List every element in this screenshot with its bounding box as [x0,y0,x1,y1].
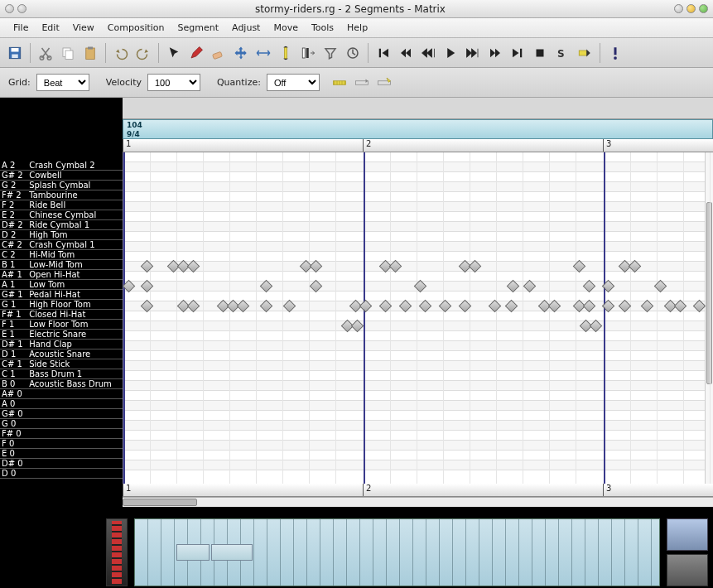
matrix-main: A 2 Crash Cymbal 2G# 2 CowbellG 2 Splash… [0,98,713,507]
drum-row[interactable]: D# 0 [0,459,123,469]
paste-icon[interactable] [80,43,100,63]
drum-row[interactable]: C 1 Bass Drum 1 [0,369,123,379]
menu-tools[interactable]: Tools [305,20,340,36]
tempo-ruler-icon[interactable] [374,73,394,93]
overview-segment[interactable] [211,544,253,561]
time-signature: 9/4 [127,130,709,139]
transport-start-icon[interactable] [373,43,393,63]
overview-track[interactable] [134,518,660,586]
solo-icon[interactable]: S [552,43,572,63]
drum-row[interactable]: B 0 Acoustic Bass Drum [0,379,123,389]
filter-icon[interactable] [320,43,340,63]
rewind-icon[interactable] [418,43,438,63]
resize-tool-icon[interactable] [253,43,273,63]
drum-row[interactable]: C 2 Hi-Mid Tom [0,250,123,260]
drum-row[interactable]: G# 1 Pedal Hi-Hat [0,290,123,300]
drum-row[interactable]: F# 2 Tambourine [0,190,123,200]
copy-icon[interactable] [58,43,78,63]
drum-row[interactable]: C# 2 Crash Cymbal 1 [0,240,123,250]
bar-ruler-bottom[interactable]: 1 2 3 [123,484,713,497]
drum-row[interactable]: D 2 High Tom [0,230,123,240]
redo-icon[interactable] [133,43,153,63]
drum-row[interactable]: F# 1 Closed Hi-Hat [0,310,123,320]
erase-tool-icon[interactable] [209,43,229,63]
overview-segment[interactable] [176,544,210,561]
quantize-label: Quantize: [214,77,264,88]
ffwd-bar-icon[interactable] [485,43,505,63]
drum-row[interactable]: A# 1 Open Hi-Hat [0,270,123,280]
overview-zoom-thumb[interactable] [667,518,708,551]
vertical-scrollbar[interactable] [705,152,713,484]
drum-row[interactable]: D# 1 Hand Clap [0,340,123,349]
menu-edit[interactable]: Edit [35,20,65,36]
drum-row[interactable]: G 2 Splash Cymbal [0,181,123,190]
drum-row[interactable]: E 2 Chinese Cymbal [0,210,123,220]
menu-move[interactable]: Move [267,20,305,36]
drum-row[interactable]: F 2 Ride Bell [0,200,123,210]
minimize-button[interactable] [674,4,683,13]
drum-row[interactable]: F 1 Low Floor Tom [0,320,123,330]
drum-row[interactable]: D 1 Acoustic Snare [0,349,123,359]
undo-icon[interactable] [111,43,131,63]
drum-row[interactable]: E 1 Electric Snare [0,330,123,340]
menu-composition[interactable]: Composition [101,20,171,36]
drum-row[interactable]: A 2 Crash Cymbal 2 [0,161,123,171]
drum-row[interactable]: F 0 [0,439,123,449]
quantize-icon[interactable] [343,43,363,63]
follow-playback-icon[interactable] [575,43,595,63]
draw-tool-icon[interactable] [186,43,206,63]
save-icon[interactable] [5,43,25,63]
horizontal-scrollbar[interactable] [123,497,713,507]
select-tool-icon[interactable] [164,43,184,63]
drum-row[interactable]: D 0 [0,469,123,479]
svg-rect-16 [537,49,544,56]
drum-row[interactable]: A 1 Low Tom [0,280,123,290]
menu-segment[interactable]: Segment [171,20,226,36]
ruler-loop-icon[interactable] [330,73,349,93]
velocity-tool-icon[interactable] [276,43,296,63]
move-tool-icon[interactable] [231,43,251,63]
overview-left [5,512,128,588]
drum-row[interactable]: E 0 [0,449,123,459]
split-tool-icon[interactable] [298,43,318,63]
rewind-bar-icon[interactable] [396,43,416,63]
tempo-ruler[interactable]: 104 9/4 [123,119,713,139]
ruler-padding [123,98,713,119]
menu-view[interactable]: View [66,20,101,36]
drum-row[interactable]: D# 2 Ride Cymbal 1 [0,220,123,230]
stop-icon[interactable] [530,43,550,63]
window-controls-left [5,4,26,13]
quantize-select[interactable]: Off [267,74,320,91]
window-menu-dot[interactable] [5,4,14,13]
maximize-button[interactable] [687,4,696,13]
play-icon[interactable] [441,43,460,63]
drum-row[interactable]: G 0 [0,419,123,429]
grid-select[interactable]: Beat [36,74,89,91]
bar-ruler-top[interactable]: 1 2 3 [123,139,713,152]
chord-name-ruler-icon[interactable] [352,73,372,93]
drum-row[interactable]: F# 0 [0,429,123,439]
velocity-select[interactable]: 100 [147,74,200,91]
svg-rect-2 [12,54,18,58]
menu-bar: File Edit View Composition Segment Adjus… [0,18,713,38]
window-titlebar: stormy-riders.rg - 2 Segments - Matrix [0,0,713,18]
drum-row[interactable]: A 0 [0,399,123,409]
drum-row[interactable]: G 1 High Floor Tom [0,300,123,310]
cut-icon[interactable] [36,43,55,63]
transport-end-icon[interactable] [508,43,528,63]
menu-adjust[interactable]: Adjust [225,20,267,36]
close-button[interactable] [699,4,708,13]
ffwd-icon[interactable] [463,43,483,63]
matrix-grid[interactable] [123,152,713,484]
drum-row[interactable]: G# 0 [0,409,123,419]
menu-file[interactable]: File [7,20,35,36]
drum-row[interactable]: A# 0 [0,389,123,399]
drum-row[interactable]: G# 2 Cowbell [0,171,123,181]
window-sticky-dot[interactable] [17,4,26,13]
svg-rect-8 [88,46,93,49]
drum-row[interactable]: C# 1 Side Stick [0,359,123,369]
overview-zoom-thumb2[interactable] [667,554,708,586]
menu-help[interactable]: Help [340,20,374,36]
drum-row[interactable]: B 1 Low-Mid Tom [0,260,123,270]
panic-icon[interactable] [605,43,625,63]
